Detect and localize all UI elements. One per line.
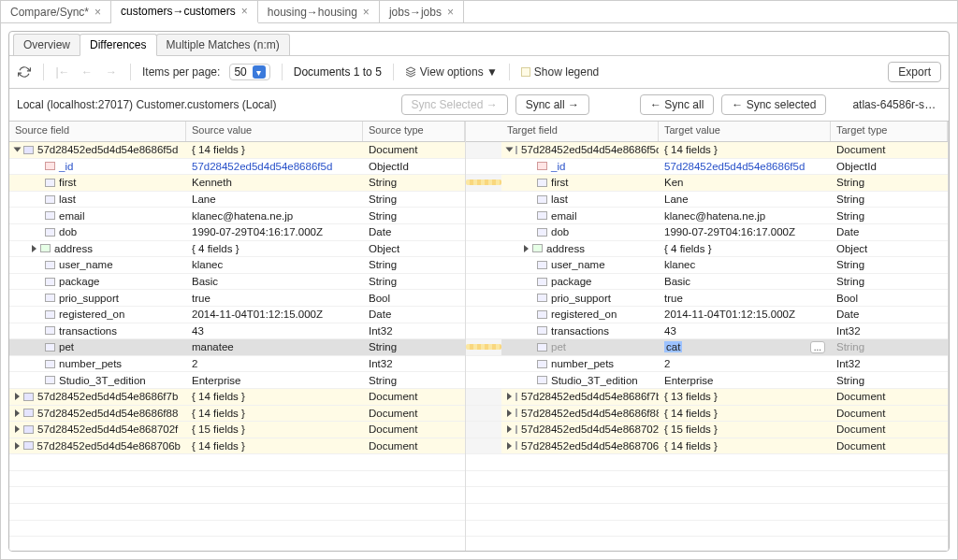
diff-gutter-row <box>466 175 501 192</box>
col-source-field[interactable]: Source field <box>9 122 186 141</box>
source-row[interactable]: 57d28452ed5d4d54e8686f5d{ 14 fields }Doc… <box>9 142 465 159</box>
target-row[interactable]: address{ 4 fields }Object <box>501 241 948 258</box>
refresh-icon[interactable] <box>17 65 32 79</box>
diff-gutter-row <box>466 208 501 224</box>
expand-icon[interactable] <box>507 442 512 450</box>
field-value-editing[interactable]: cat <box>664 341 682 352</box>
show-legend-button[interactable]: Show legend <box>521 65 599 79</box>
sync-selected-right-button[interactable]: Sync Selected → <box>401 94 508 115</box>
target-row[interactable]: 57d28452ed5d4d54e868706b{ 14 fields }Doc… <box>501 438 948 455</box>
close-icon[interactable]: × <box>363 6 370 19</box>
top-tab[interactable]: housing→housing× <box>258 1 380 22</box>
expand-icon[interactable] <box>15 425 20 433</box>
source-row[interactable]: petmanateeString <box>9 339 465 356</box>
subtab[interactable]: Differences <box>80 34 156 56</box>
col-target-type[interactable]: Target type <box>831 122 948 141</box>
diff-gutter-row <box>466 290 501 307</box>
close-icon[interactable]: × <box>94 6 101 19</box>
field-type: String <box>369 210 397 222</box>
expand-icon[interactable] <box>14 148 22 152</box>
sync-selected-left-button[interactable]: ← Sync selected <box>721 94 826 115</box>
target-row[interactable]: 57d28452ed5d4d54e8686f5d{ 14 fields }Doc… <box>501 142 948 159</box>
source-row[interactable]: user_nameklanecString <box>9 257 465 274</box>
target-row[interactable]: firstKenString <box>501 175 948 192</box>
target-row[interactable]: transactions43Int32 <box>501 323 948 340</box>
expand-icon[interactable] <box>15 409 20 417</box>
target-row[interactable]: 57d28452ed5d4d54e8686f88{ 14 fields }Doc… <box>501 406 948 423</box>
field-name: pet <box>551 341 566 352</box>
target-row[interactable]: Studio_3T_editionEnterpriseString <box>501 372 948 389</box>
expand-icon[interactable] <box>524 245 529 252</box>
page-first-icon[interactable]: |← <box>55 65 70 79</box>
field-value: { 4 fields } <box>664 243 712 254</box>
target-row[interactable]: prio_supporttrueBool <box>501 290 948 307</box>
source-row[interactable]: packageBasicString <box>9 274 465 291</box>
subtab[interactable]: Multiple Matches (n:m) <box>156 34 290 55</box>
field-name: prio_support <box>551 293 611 304</box>
source-row[interactable]: registered_on2014-11-04T01:12:15.000ZDat… <box>9 307 465 323</box>
top-tab[interactable]: Compare/Sync*× <box>1 1 111 22</box>
top-tab[interactable]: customers→customers× <box>111 1 258 23</box>
target-row[interactable]: emailklanec@hatena.ne.jpString <box>501 208 948 224</box>
field-name: transactions <box>59 325 117 337</box>
source-row[interactable]: address{ 4 fields }Object <box>9 241 465 258</box>
source-row[interactable]: _id57d28452ed5d4d54e8686f5dObjectId <box>9 159 465 176</box>
field-type: Bool <box>369 293 390 304</box>
expand-icon[interactable] <box>15 442 20 450</box>
source-row[interactable]: 57d28452ed5d4d54e868706b{ 14 fields }Doc… <box>9 438 465 455</box>
sync-all-right-button[interactable]: Sync all → <box>515 94 589 115</box>
items-per-page-select[interactable]: 50 ▾ <box>229 64 269 80</box>
expand-icon[interactable] <box>507 425 512 433</box>
sync-all-left-button[interactable]: ← Sync all <box>640 94 714 115</box>
target-row[interactable]: petcat...String <box>501 339 948 356</box>
close-icon[interactable]: × <box>241 5 248 18</box>
col-target-value[interactable]: Target value <box>659 122 831 141</box>
target-row[interactable]: dob1990-07-29T04:16:17.000ZDate <box>501 224 948 241</box>
more-icon[interactable]: ... <box>810 341 825 353</box>
expand-icon[interactable] <box>15 393 20 400</box>
subtab[interactable]: Overview <box>13 34 80 55</box>
source-row[interactable]: firstKennethString <box>9 175 465 192</box>
tab-label: housing→housing <box>268 6 357 19</box>
field-type: ObjectId <box>369 161 409 172</box>
export-button[interactable]: Export <box>888 62 941 82</box>
diff-gutter-row <box>466 504 501 521</box>
source-row[interactable]: Studio_3T_editionEnterpriseString <box>9 372 465 389</box>
expand-icon[interactable] <box>506 148 514 152</box>
source-row[interactable]: 57d28452ed5d4d54e8686f7b{ 14 fields }Doc… <box>9 389 465 406</box>
target-row[interactable]: 57d28452ed5d4d54e8686f7b{ 13 fields }Doc… <box>501 389 948 406</box>
field-type-icon <box>45 211 55 220</box>
view-options-button[interactable]: View options ▼ <box>405 65 498 79</box>
expand-icon[interactable] <box>507 409 512 417</box>
source-row[interactable]: number_pets2Int32 <box>9 356 465 373</box>
page-next-icon[interactable]: → <box>104 65 119 79</box>
source-row[interactable]: dob1990-07-29T04:16:17.000ZDate <box>9 224 465 241</box>
page-prev-icon[interactable]: ← <box>80 65 94 79</box>
target-row[interactable]: lastLaneString <box>501 192 948 208</box>
source-row[interactable]: 57d28452ed5d4d54e868702f{ 15 fields }Doc… <box>9 422 465 438</box>
source-row[interactable]: transactions43Int32 <box>9 323 465 340</box>
target-row[interactable]: packageBasicString <box>501 274 948 291</box>
field-value: klanec <box>664 259 695 270</box>
source-row[interactable]: 57d28452ed5d4d54e8686f88{ 14 fields }Doc… <box>9 406 465 423</box>
expand-icon[interactable] <box>32 245 36 252</box>
expand-icon[interactable] <box>507 393 512 400</box>
col-target-field[interactable]: Target field <box>501 122 659 141</box>
empty-row <box>9 471 465 488</box>
col-source-value[interactable]: Source value <box>186 122 363 141</box>
target-row[interactable]: 57d28452ed5d4d54e868702f{ 15 fields }Doc… <box>501 422 948 438</box>
date-type-icon <box>45 310 55 319</box>
source-row[interactable]: emailklanec@hatena.ne.jpString <box>9 208 465 224</box>
top-tab[interactable]: jobs→jobs× <box>380 1 464 22</box>
diff-gutter-row <box>466 372 501 389</box>
target-row[interactable]: _id57d28452ed5d4d54e8686f5dObjectId <box>501 159 948 176</box>
field-name: _id <box>551 161 565 172</box>
source-row[interactable]: lastLaneString <box>9 192 465 208</box>
col-source-type[interactable]: Source type <box>363 122 465 141</box>
field-name: _id <box>59 161 73 172</box>
target-row[interactable]: registered_on2014-11-04T01:12:15.000ZDat… <box>501 307 948 323</box>
target-row[interactable]: number_pets2Int32 <box>501 356 948 373</box>
close-icon[interactable]: × <box>447 6 454 19</box>
source-row[interactable]: prio_supporttrueBool <box>9 290 465 307</box>
target-row[interactable]: user_nameklanecString <box>501 257 948 274</box>
